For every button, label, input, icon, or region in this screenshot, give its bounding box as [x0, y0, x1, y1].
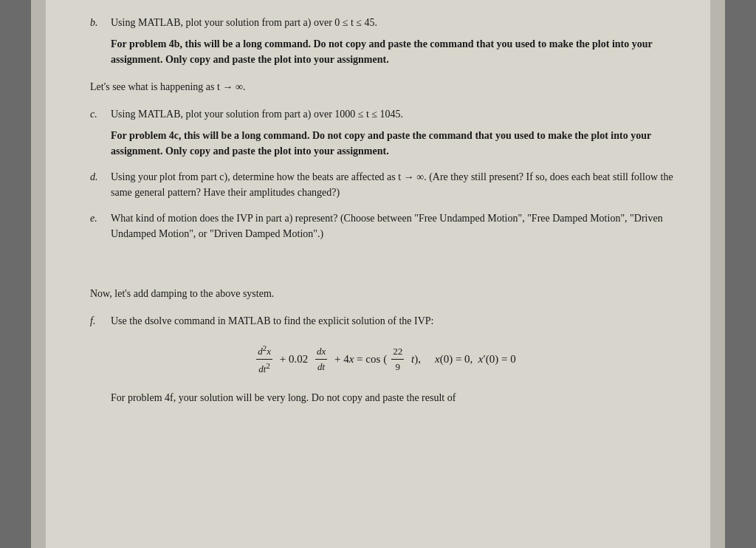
- problem-f-text: Use the dsolve command in MATLAB to find…: [111, 313, 433, 329]
- eq-initial1: x(0) = 0, x′(0) = 0: [435, 351, 516, 368]
- eq-paren-open: (: [383, 351, 387, 368]
- numerator-22: 22: [391, 344, 404, 360]
- problem-d: d. Using your plot from part c), determi…: [90, 169, 681, 200]
- denominator-dt2: dt2: [257, 360, 272, 377]
- problem-c-label: c. Using MATLAB, plot your solution from…: [90, 106, 681, 122]
- problem-b-text: Using MATLAB, plot your solution from pa…: [111, 15, 377, 30]
- numerator-d2x: d2x: [256, 342, 272, 360]
- label-b: b.: [90, 15, 105, 30]
- problem-f-note: For problem 4f, your solution will be ve…: [111, 390, 681, 405]
- problem-d-label: d. Using your plot from part c), determi…: [90, 169, 681, 200]
- page: b. Using MATLAB, plot your solution from…: [31, 0, 725, 548]
- label-e: e.: [90, 210, 105, 226]
- label-c: c.: [90, 106, 105, 122]
- denominator-9: 9: [394, 360, 402, 374]
- eq-plus1: + 0.02: [277, 351, 311, 368]
- main-content: b. Using MATLAB, plot your solution from…: [90, 15, 681, 405]
- label-d: d.: [90, 169, 105, 185]
- equation-row: d2x dt2 + 0.02 dx dt + 4x = cos ( 22: [90, 342, 681, 377]
- problem-e-label: e. What kind of motion does the IVP in p…: [90, 210, 681, 242]
- eq-t: t),: [408, 351, 432, 368]
- eq-frac-d2x: d2x dt2: [255, 342, 274, 377]
- problem-c-text: Using MATLAB, plot your solution from pa…: [111, 106, 403, 122]
- problem-b: b. Using MATLAB, plot your solution from…: [90, 15, 681, 67]
- problem-f-label: f. Use the dsolve command in MATLAB to f…: [90, 313, 681, 329]
- right-margin: [710, 0, 725, 548]
- problem-b-label: b. Using MATLAB, plot your solution from…: [90, 15, 681, 30]
- problem-c: c. Using MATLAB, plot your solution from…: [90, 106, 681, 159]
- equation-block: d2x dt2 + 0.02 dx dt + 4x = cos ( 22: [90, 342, 681, 377]
- problem-f: f. Use the dsolve command in MATLAB to f…: [90, 313, 681, 405]
- fraction-dx-dt: dx dt: [315, 344, 327, 374]
- label-f: f.: [90, 313, 105, 329]
- problem-c-note: For problem 4c, this will be a long comm…: [111, 128, 681, 159]
- problem-b-note: For problem 4b, this will be a long comm…: [111, 36, 681, 67]
- fraction-22-9: 22 9: [391, 344, 404, 374]
- fraction-d2x-dt2: d2x dt2: [256, 342, 272, 377]
- left-margin: [31, 0, 46, 548]
- problem-e: e. What kind of motion does the IVP in p…: [90, 210, 681, 242]
- problem-d-text: Using your plot from part c), determine …: [111, 169, 681, 200]
- lets-see-text: Let's see what is happening as t → ∞.: [90, 79, 681, 95]
- denominator-dt: dt: [316, 360, 326, 374]
- eq-plus2: + 4x = cos: [331, 351, 380, 368]
- spacer-1: [90, 252, 681, 274]
- damping-text: Now, let's add damping to the above syst…: [90, 286, 681, 301]
- numerator-dx: dx: [315, 344, 327, 360]
- problem-e-text: What kind of motion does the IVP in part…: [111, 210, 681, 242]
